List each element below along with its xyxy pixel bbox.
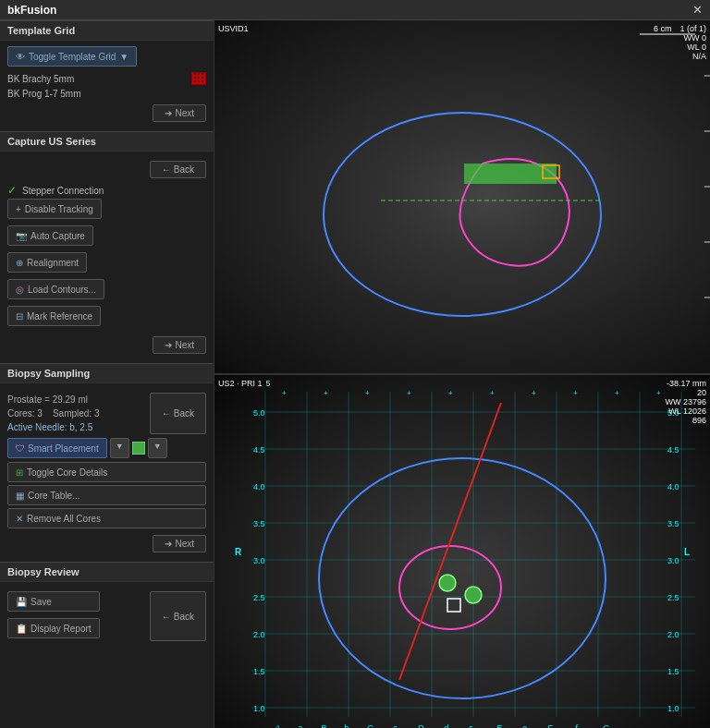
disable-tracking-btn[interactable]: + Disable Tracking: [7, 199, 102, 219]
svg-text:3.5: 3.5: [667, 519, 679, 528]
camera-icon: 📷: [16, 231, 27, 241]
capture-back-btn[interactable]: ← Back: [150, 161, 206, 178]
contour-icon: ◎: [16, 285, 24, 295]
bottom-mm-info: -38.17 mm: [665, 379, 706, 388]
svg-text:+: +: [324, 389, 328, 397]
left-label: R: [235, 547, 241, 557]
svg-text:2.0: 2.0: [253, 630, 265, 639]
section-biopsy-review: Biopsy Review: [0, 562, 214, 582]
us-top-info: 1 (of 1) WW 0 WL 0 N/A: [679, 24, 706, 61]
svg-text:2.5: 2.5: [667, 593, 679, 602]
right-label: L: [684, 547, 690, 557]
arrow-left-icon3: ←: [162, 408, 171, 419]
toggle-template-label: Toggle Template Grid: [29, 52, 116, 62]
biopsy-back-btn[interactable]: ← Back: [150, 393, 206, 434]
toggle-template-btn[interactable]: 👁 Toggle Template Grid ▼: [7, 46, 137, 67]
app-title: bkFusion: [7, 4, 56, 17]
bottom-frame-count: 20: [665, 388, 706, 397]
mark-ref-btn[interactable]: ⊟ Mark Reference: [7, 306, 101, 326]
svg-text:4.0: 4.0: [253, 482, 265, 491]
auto-capture-btn[interactable]: 📷 Auto Capture: [7, 225, 93, 246]
smart-dropdown-arrow[interactable]: ▼: [110, 438, 129, 458]
template-item-2: BK Prog 1-7 5mm: [7, 87, 206, 101]
stepper-label: Stepper Connection: [22, 186, 104, 196]
ww-info: WW 0: [679, 33, 706, 42]
core-table-btn[interactable]: ▦ Core Table...: [7, 485, 206, 505]
display-report-btn[interactable]: 📋 Display Report: [7, 618, 100, 638]
smart-placement-btn[interactable]: 🛡 Smart Placement: [7, 438, 107, 458]
chevron-down-icon: ▼: [119, 52, 129, 62]
svg-text:3.0: 3.0: [667, 556, 679, 565]
svg-text:2.5: 2.5: [253, 593, 265, 602]
green-dropdown-arrow[interactable]: ▼: [148, 438, 167, 458]
active-needle-info: Active Needle: b, 2.5: [7, 420, 100, 434]
svg-text:B: B: [321, 723, 326, 728]
save-btn[interactable]: 💾 Save: [7, 591, 100, 612]
realignment-btn[interactable]: ⊕ Realignment: [7, 252, 87, 273]
tracking-row: + Disable Tracking: [7, 199, 206, 222]
prostate-info: Prostate = 29.29 ml: [7, 393, 100, 406]
right-panel: USVID1 1 (of 1) WW 0 WL 0 N/A: [214, 20, 710, 728]
table-icon: ▦: [16, 491, 24, 501]
toggle-template-row: 👁 Toggle Template Grid ▼: [7, 46, 206, 67]
frame-info: 1 (of 1): [679, 24, 706, 33]
svg-text:s: s: [469, 723, 473, 728]
mark-ref-row: ⊟ Mark Reference: [7, 306, 206, 329]
svg-text:6 cm: 6 cm: [654, 24, 672, 33]
svg-text:C: C: [367, 723, 373, 728]
biopsy-next-btn[interactable]: ➔ Next: [153, 535, 206, 552]
svg-line-61: [399, 403, 501, 680]
template-next-btn[interactable]: ➔ Next: [153, 104, 206, 122]
svg-text:d: d: [444, 723, 449, 728]
svg-text:+: +: [573, 389, 578, 397]
us-bottom-id: US2 · PRI 1 5: [218, 379, 271, 388]
svg-text:5.0: 5.0: [253, 408, 265, 418]
na-info: N/A: [679, 52, 706, 61]
us-top-id-label: USVID1: [218, 24, 249, 33]
section-template-grid: Template Grid: [0, 20, 214, 41]
biopsy-review-content: 💾 Save 📋 Display Report ← Back: [0, 582, 214, 650]
us-bottom-info: -38.17 mm 20 WW 23796 WL 12026 896: [665, 379, 706, 425]
biopsy-sampling-content: Prostate = 29.29 ml Cores: 3 Sampled: 3 …: [0, 383, 214, 562]
svg-text:+: +: [532, 389, 536, 397]
title-bar: bkFusion ✕: [0, 0, 710, 20]
frame-number: 5: [266, 379, 271, 388]
svg-text:1.5: 1.5: [253, 667, 265, 676]
svg-text:+: +: [448, 389, 453, 397]
template-icon-1: [191, 72, 206, 85]
template-grid-content: 👁 Toggle Template Grid ▼ BK Brachy 5mm B…: [0, 41, 214, 131]
arrow-right-icon: ➔: [165, 108, 172, 118]
report-icon: 📋: [16, 624, 27, 634]
load-contours-btn[interactable]: ◎ Load Contours...: [7, 279, 104, 299]
capture-next-btn[interactable]: ➔ Next: [153, 336, 206, 354]
svg-text:4.5: 4.5: [253, 445, 265, 455]
ref-icon: ⊟: [16, 311, 23, 322]
auto-capture-row: 📷 Auto Capture: [7, 225, 206, 249]
close-button[interactable]: ✕: [692, 3, 703, 17]
load-contours-row: ◎ Load Contours...: [7, 279, 206, 302]
stepper-status-row: ✓ Stepper Connection: [7, 182, 206, 199]
template-item-1: BK Brachy 5mm: [7, 70, 206, 87]
us-top-image[interactable]: USVID1 1 (of 1) WW 0 WL 0 N/A: [214, 20, 710, 375]
green-square-indicator: [132, 442, 145, 455]
svg-text:a: a: [298, 723, 302, 728]
bottom-wl-info: WL 12026: [665, 406, 706, 416]
arrow-left-icon: ←: [162, 164, 171, 175]
review-back-btn[interactable]: ← Back: [150, 591, 206, 641]
template-name-2: BK Prog 1-7 5mm: [7, 89, 80, 99]
biopsy-nav-top: Prostate = 29.29 ml Cores: 3 Sampled: 3 …: [7, 389, 206, 438]
svg-rect-64: [447, 599, 460, 612]
us-bottom-image[interactable]: US2 · PRI 1 5 -38.17 mm 20 WW 23796 WL 1…: [214, 375, 710, 728]
svg-text:+: +: [365, 389, 370, 397]
layers-icon: ⊞: [16, 467, 23, 478]
bottom-contour-svg: 5.0 4.5 4.0 3.5 3.0 2.5 2.0 1.5 1.0 5.0 …: [214, 375, 710, 728]
remove-all-cores-btn[interactable]: ✕ Remove All Cores: [7, 508, 206, 528]
plus-icon: +: [16, 204, 21, 214]
svg-text:D: D: [418, 723, 424, 728]
capture-nav-top: ← Back: [7, 157, 206, 182]
svg-text:2.0: 2.0: [667, 630, 679, 639]
save-icon: 💾: [16, 597, 27, 607]
toggle-core-details-btn[interactable]: ⊞ Toggle Core Details: [7, 462, 206, 482]
align-icon: ⊕: [16, 258, 23, 268]
svg-point-59: [319, 458, 606, 698]
